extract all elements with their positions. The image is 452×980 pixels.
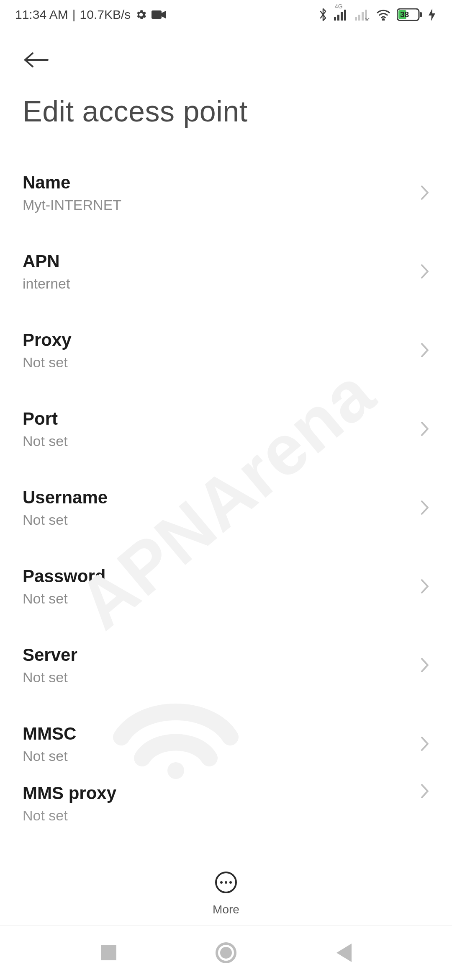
row-password[interactable]: Password Not set xyxy=(23,547,429,626)
svg-point-21 xyxy=(220,947,232,959)
chevron-right-icon xyxy=(420,783,429,799)
battery-icon: 38 xyxy=(397,8,423,21)
row-value: Not set xyxy=(23,807,116,824)
page-title: Edit access point xyxy=(0,75,452,153)
row-server[interactable]: Server Not set xyxy=(23,626,429,704)
svg-rect-0 xyxy=(152,10,162,19)
row-value: internet xyxy=(23,276,70,292)
gear-icon xyxy=(135,8,147,21)
row-apn[interactable]: APN internet xyxy=(23,232,429,311)
svg-point-16 xyxy=(220,881,223,884)
row-port[interactable]: Port Not set xyxy=(23,389,429,468)
header xyxy=(0,29,452,75)
row-title: Name xyxy=(23,173,121,193)
status-time: 11:34 AM xyxy=(15,8,68,22)
row-title: Server xyxy=(23,645,77,665)
chevron-right-icon xyxy=(420,578,429,594)
status-left: 11:34 AM | 10.7KB/s xyxy=(15,8,166,22)
svg-rect-2 xyxy=(337,15,339,21)
chevron-right-icon xyxy=(420,500,429,516)
status-bar: 11:34 AM | 10.7KB/s 4G 38 xyxy=(0,0,452,29)
svg-rect-4 xyxy=(344,10,346,21)
more-button[interactable]: More xyxy=(0,863,452,925)
more-label: More xyxy=(213,903,239,916)
nav-back-button[interactable] xyxy=(326,936,360,970)
svg-rect-7 xyxy=(362,12,364,21)
chevron-right-icon xyxy=(420,657,429,673)
row-title: Proxy xyxy=(23,330,72,350)
row-value: Not set xyxy=(23,512,108,528)
svg-rect-1 xyxy=(334,17,336,21)
row-value: Not set xyxy=(23,748,76,764)
network-type-label: 4G xyxy=(335,3,343,10)
svg-rect-12 xyxy=(420,12,422,17)
row-title: Username xyxy=(23,487,108,508)
status-speed: 10.7KB/s xyxy=(80,8,131,22)
status-separator: | xyxy=(72,8,76,22)
navigation-bar xyxy=(0,925,452,980)
signal-4g-icon: 4G xyxy=(334,9,349,21)
more-icon xyxy=(215,871,237,895)
nav-home-button[interactable] xyxy=(209,936,243,970)
row-value: Myt-INTERNET xyxy=(23,197,121,213)
svg-rect-3 xyxy=(341,12,343,21)
charging-icon xyxy=(429,8,435,21)
settings-list: Name Myt-INTERNET APN internet Proxy Not… xyxy=(0,153,452,833)
camera-icon xyxy=(152,10,166,20)
bluetooth-icon xyxy=(318,8,328,22)
row-title: Password xyxy=(23,566,105,586)
row-mmsc[interactable]: MMSC Not set xyxy=(23,704,429,783)
signal-nosim-icon xyxy=(355,9,370,21)
row-title: Port xyxy=(23,409,68,429)
bottom-bar: More xyxy=(0,863,452,980)
row-proxy[interactable]: Proxy Not set xyxy=(23,311,429,389)
row-name[interactable]: Name Myt-INTERNET xyxy=(23,153,429,232)
row-value: Not set xyxy=(23,354,72,371)
row-title: MMS proxy xyxy=(23,783,116,803)
row-username[interactable]: Username Not set xyxy=(23,468,429,547)
row-value: Not set xyxy=(23,433,68,449)
row-mms-proxy[interactable]: MMS proxy Not set xyxy=(23,783,429,833)
svg-point-17 xyxy=(225,881,227,884)
svg-rect-5 xyxy=(355,17,357,21)
svg-rect-19 xyxy=(101,945,116,960)
svg-rect-6 xyxy=(358,15,360,21)
chevron-right-icon xyxy=(420,736,429,752)
svg-point-9 xyxy=(383,19,384,21)
chevron-right-icon xyxy=(420,263,429,279)
row-value: Not set xyxy=(23,591,105,607)
row-title: APN xyxy=(23,251,70,271)
status-right: 4G 38 xyxy=(318,8,435,22)
battery-percent: 38 xyxy=(400,10,409,19)
chevron-right-icon xyxy=(420,342,429,358)
back-button[interactable] xyxy=(23,45,52,75)
row-title: MMSC xyxy=(23,724,76,744)
chevron-right-icon xyxy=(420,421,429,437)
wifi-icon xyxy=(376,9,391,21)
chevron-right-icon xyxy=(420,185,429,201)
row-value: Not set xyxy=(23,669,77,686)
nav-recent-button[interactable] xyxy=(92,936,126,970)
svg-point-18 xyxy=(229,881,232,884)
